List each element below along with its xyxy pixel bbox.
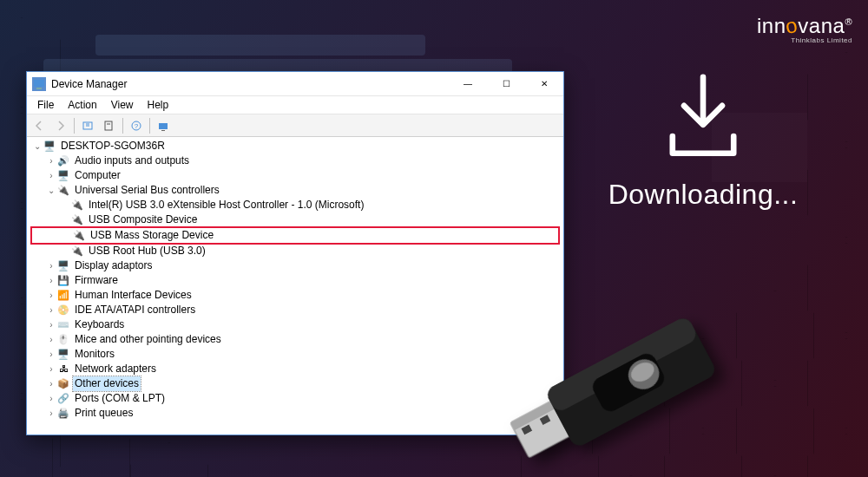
tree-node-mice[interactable]: › 🖱️ Mice and other pointing devices <box>30 332 560 347</box>
menu-file[interactable]: File <box>30 97 61 113</box>
svg-rect-20 <box>161 130 165 131</box>
back-button[interactable] <box>29 116 49 135</box>
decor-slab <box>95 35 425 56</box>
show-hidden-button[interactable] <box>77 116 98 135</box>
logo-text: vana <box>798 14 845 37</box>
registered-mark: ® <box>845 16 852 27</box>
tree-node-label: IDE ATA/ATAPI controllers <box>73 303 197 317</box>
tree-node-label: Firmware <box>73 273 120 288</box>
properties-button[interactable] <box>99 116 120 135</box>
toolbar-separator <box>74 118 75 134</box>
monitor-icon: 🖥️ <box>56 349 70 361</box>
svg-rect-19 <box>159 123 168 129</box>
logo-text: inn <box>757 14 786 37</box>
usb-icon: 🔌 <box>70 245 84 258</box>
tree-node-label: Universal Serial Bus controllers <box>73 183 221 198</box>
tree-node-usb-controllers[interactable]: ⌄ 🔌 Universal Serial Bus controllers <box>30 183 560 198</box>
tree-node-label: Print queues <box>73 406 135 421</box>
tree-node-label: USB Composite Device <box>87 212 199 227</box>
scan-button[interactable] <box>153 116 174 135</box>
usb-icon: 🔌 <box>72 230 86 242</box>
display-icon: 🖥️ <box>56 260 70 272</box>
window-title: Device Manager <box>51 78 449 90</box>
usb-icon: 🔌 <box>70 199 84 212</box>
port-icon: 🔗 <box>56 393 70 405</box>
tree-node-label: Other devices <box>73 376 141 391</box>
computer-icon: 🖥️ <box>43 140 56 153</box>
tree-node-intel-usb[interactable]: 🔌 Intel(R) USB 3.0 eXtensible Host Contr… <box>30 198 560 212</box>
expand-icon[interactable]: › <box>46 258 56 273</box>
usb-icon: 🔌 <box>70 214 84 226</box>
expand-icon[interactable]: › <box>46 317 56 332</box>
usb-icon: 🔌 <box>56 185 70 197</box>
collapse-icon[interactable]: ⌄ <box>46 183 56 198</box>
tree-node-print-queues[interactable]: › 🖨️ Print queues <box>30 406 560 421</box>
tree-node-display[interactable]: › 🖥️ Display adaptors <box>30 258 560 273</box>
download-section: Downloading... <box>590 69 816 211</box>
tree-node-label: Audio inputs and outputs <box>73 154 191 168</box>
tree-node-computer[interactable]: › 🖥️ Computer <box>30 168 560 183</box>
expand-icon[interactable]: › <box>46 168 56 183</box>
expand-icon[interactable]: › <box>46 347 56 362</box>
minimize-button[interactable]: — <box>449 72 487 96</box>
tree-node-audio[interactable]: › 🔊 Audio inputs and outputs <box>30 154 560 168</box>
svg-rect-15 <box>105 121 112 130</box>
tree-node-ports[interactable]: › 🔗 Ports (COM & LPT) <box>30 391 560 406</box>
menu-action[interactable]: Action <box>61 97 103 113</box>
tree-root[interactable]: ⌄ 🖥️ DESKTOP-SGOM36R <box>30 139 560 154</box>
svg-text:?: ? <box>135 122 139 130</box>
expand-icon[interactable]: › <box>46 406 56 421</box>
other-icon: 📦 <box>56 378 70 390</box>
tree-node-usb-root-hub[interactable]: 🔌 USB Root Hub (USB 3.0) <box>30 244 560 258</box>
device-manager-window: Device Manager — ☐ ✕ File Action View He… <box>26 71 564 435</box>
expand-icon[interactable]: › <box>46 391 56 406</box>
menu-help[interactable]: Help <box>141 97 176 113</box>
device-tree[interactable]: ⌄ 🖥️ DESKTOP-SGOM36R › 🔊 Audio inputs an… <box>27 137 563 435</box>
toolbar-separator <box>122 118 123 134</box>
tree-node-label: Monitors <box>73 347 116 362</box>
toolbar: ? <box>27 114 563 137</box>
expand-icon[interactable]: › <box>46 273 56 288</box>
network-icon: 🖧 <box>56 363 70 376</box>
titlebar[interactable]: Device Manager — ☐ ✕ <box>27 72 563 96</box>
app-icon <box>32 77 46 91</box>
tree-node-label: Intel(R) USB 3.0 eXtensible Host Control… <box>87 198 365 212</box>
tree-node-usb-composite[interactable]: 🔌 USB Composite Device <box>30 212 560 227</box>
tree-node-label: Display adaptors <box>73 258 154 273</box>
expand-icon[interactable]: › <box>46 376 56 391</box>
brand-logo: innovana® Thinklabs Limited <box>757 14 852 44</box>
tree-node-hid[interactable]: › 📶 Human Interface Devices <box>30 288 560 303</box>
svg-rect-10 <box>34 80 44 87</box>
printer-icon: 🖨️ <box>56 408 70 420</box>
tree-node-label: Network adapters <box>73 362 158 376</box>
menubar: File Action View Help <box>27 96 563 114</box>
expand-icon[interactable]: › <box>46 362 56 376</box>
toolbar-separator <box>149 118 150 134</box>
tree-node-monitors[interactable]: › 🖥️ Monitors <box>30 347 560 362</box>
downloading-label: Downloading... <box>590 179 816 211</box>
help-button[interactable]: ? <box>126 116 147 135</box>
tree-node-firmware[interactable]: › 💾 Firmware <box>30 273 560 288</box>
collapse-icon[interactable]: ⌄ <box>32 139 43 154</box>
tree-node-label: Mice and other pointing devices <box>73 332 223 347</box>
maximize-button[interactable]: ☐ <box>487 72 525 96</box>
close-button[interactable]: ✕ <box>525 72 563 96</box>
tree-node-network[interactable]: › 🖧 Network adapters <box>30 362 560 376</box>
tree-node-label: Keyboards <box>73 317 126 332</box>
expand-icon[interactable]: › <box>46 303 56 317</box>
menu-view[interactable]: View <box>104 97 141 113</box>
download-icon <box>655 69 751 165</box>
expand-icon[interactable]: › <box>46 288 56 303</box>
tree-node-label: USB Mass Storage Device <box>89 228 215 243</box>
forward-button[interactable] <box>50 116 71 135</box>
tree-node-label: DESKTOP-SGOM36R <box>59 139 167 154</box>
tree-node-label: Human Interface Devices <box>73 288 194 303</box>
expand-icon[interactable]: › <box>46 332 56 347</box>
svg-rect-11 <box>36 88 42 89</box>
tree-node-other-devices[interactable]: › 📦 Other devices <box>30 376 560 391</box>
tree-node-usb-mass-storage-highlighted[interactable]: 🔌 USB Mass Storage Device <box>30 226 560 245</box>
expand-icon[interactable]: › <box>46 154 56 168</box>
tree-node-ide[interactable]: › 📀 IDE ATA/ATAPI controllers <box>30 303 560 317</box>
tree-node-label: Computer <box>73 168 122 183</box>
tree-node-keyboards[interactable]: › ⌨️ Keyboards <box>30 317 560 332</box>
